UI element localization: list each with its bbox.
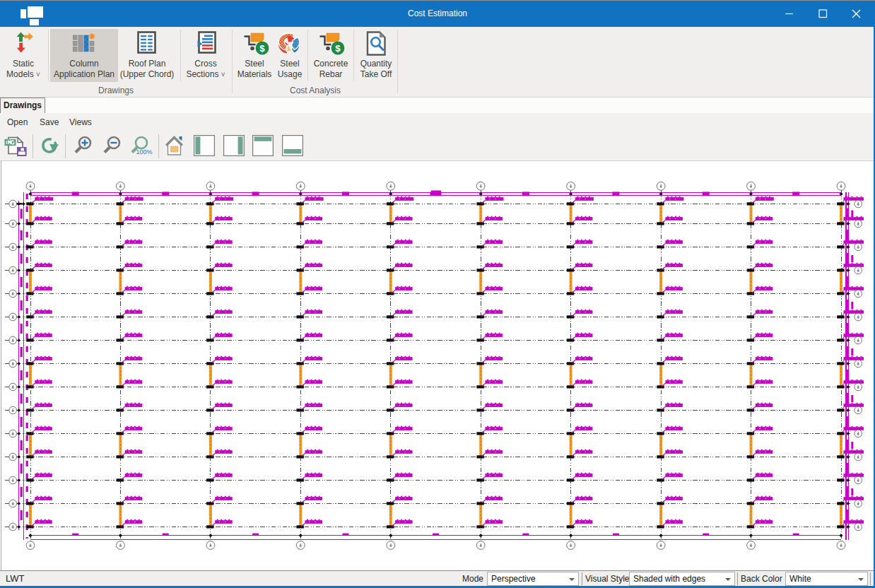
svg-text:100%: 100% xyxy=(136,148,152,155)
svg-text:$: $ xyxy=(259,43,265,54)
svg-text:$: $ xyxy=(335,43,341,54)
